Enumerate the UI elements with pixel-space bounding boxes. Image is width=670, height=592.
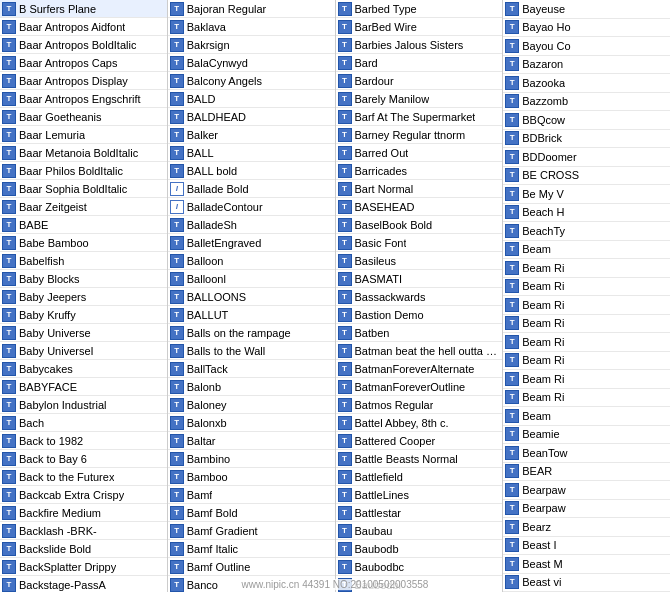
- list-item[interactable]: TBalonb: [168, 378, 335, 396]
- list-item[interactable]: TBabycakes: [0, 360, 167, 378]
- list-item[interactable]: TBattle Beasts Normal: [336, 450, 503, 468]
- list-item[interactable]: TBackfire Medium: [0, 504, 167, 522]
- list-item[interactable]: TBalloonl: [168, 270, 335, 288]
- list-item[interactable]: TBart Normal: [336, 180, 503, 198]
- list-item[interactable]: TBaby Universe: [0, 324, 167, 342]
- list-item[interactable]: TBatben: [336, 324, 503, 342]
- list-item[interactable]: TBaar Antropos Caps: [0, 54, 167, 72]
- list-item[interactable]: TBALD: [168, 90, 335, 108]
- list-item[interactable]: TBABYFACE: [0, 378, 167, 396]
- list-item[interactable]: TBasic Font: [336, 234, 503, 252]
- list-item[interactable]: TBaltar: [168, 432, 335, 450]
- list-item[interactable]: TBearpaw: [503, 500, 670, 519]
- list-item[interactable]: TBalladeSh: [168, 216, 335, 234]
- list-item[interactable]: TBASMATI: [336, 270, 503, 288]
- list-item[interactable]: TBE CROSS: [503, 167, 670, 186]
- list-item[interactable]: TBDBrick: [503, 130, 670, 149]
- list-item[interactable]: TBamf: [168, 486, 335, 504]
- list-item[interactable]: TBeast M: [503, 555, 670, 574]
- list-item[interactable]: TBaby Blocks: [0, 270, 167, 288]
- list-item[interactable]: TBack to 1982: [0, 432, 167, 450]
- list-item[interactable]: TBaar Antropos BoldItalic: [0, 36, 167, 54]
- list-item[interactable]: TBeach H: [503, 204, 670, 223]
- list-item[interactable]: TBatmanForeverAlternate: [336, 360, 503, 378]
- list-item[interactable]: TBDDoomer: [503, 148, 670, 167]
- list-item[interactable]: TBaloney: [168, 396, 335, 414]
- list-item[interactable]: TBamf Italic: [168, 540, 335, 558]
- list-item[interactable]: TBattlestar: [336, 504, 503, 522]
- list-item[interactable]: TBacklash -BRK-: [0, 522, 167, 540]
- list-item[interactable]: TBalcony Angels: [168, 72, 335, 90]
- list-item[interactable]: TBaby Kruffy: [0, 306, 167, 324]
- list-item[interactable]: TBaar Metanoia BoldItalic: [0, 144, 167, 162]
- list-item[interactable]: TBakrsign: [168, 36, 335, 54]
- list-item[interactable]: TBamboo: [168, 468, 335, 486]
- list-item[interactable]: TBearpaw: [503, 481, 670, 500]
- list-item[interactable]: TBarbed Type: [336, 0, 503, 18]
- list-item[interactable]: TBallTack: [168, 360, 335, 378]
- list-item[interactable]: TBackSplatter Drippy: [0, 558, 167, 576]
- list-item[interactable]: TBeast I: [503, 537, 670, 556]
- list-item[interactable]: TBALL: [168, 144, 335, 162]
- list-item[interactable]: TBaubodb: [336, 540, 503, 558]
- list-item[interactable]: TBazooka: [503, 74, 670, 93]
- list-item[interactable]: TBaar Philos BoldItalic: [0, 162, 167, 180]
- list-item[interactable]: TBatman beat the hell outta me: [336, 342, 503, 360]
- list-item[interactable]: TBarred Out: [336, 144, 503, 162]
- list-item[interactable]: TBackstage-PassA: [0, 576, 167, 592]
- list-item[interactable]: IBalladeContour: [168, 198, 335, 216]
- list-item[interactable]: TBearz: [503, 518, 670, 537]
- list-item[interactable]: TBassackwards: [336, 288, 503, 306]
- list-item[interactable]: TBarf At The Supermarket: [336, 108, 503, 126]
- list-item[interactable]: TBeachTy: [503, 222, 670, 241]
- list-item[interactable]: TBalloon: [168, 252, 335, 270]
- list-item[interactable]: TBalker: [168, 126, 335, 144]
- list-item[interactable]: TBarney Regular ttnorm: [336, 126, 503, 144]
- list-item[interactable]: TBaselBook Bold: [336, 216, 503, 234]
- list-item[interactable]: TBeam Ri: [503, 333, 670, 352]
- list-item[interactable]: TBaar Sophia BoldItalic: [0, 180, 167, 198]
- list-item[interactable]: TBe My V: [503, 185, 670, 204]
- list-item[interactable]: TBabylon Industrial: [0, 396, 167, 414]
- list-item[interactable]: TBattel Abbey, 8th c.: [336, 414, 503, 432]
- list-item[interactable]: TBabe Bamboo: [0, 234, 167, 252]
- list-item[interactable]: TBastion Demo: [336, 306, 503, 324]
- list-item[interactable]: TBattlefield: [336, 468, 503, 486]
- list-item[interactable]: TBalls to the Wall: [168, 342, 335, 360]
- list-item[interactable]: TBattered Cooper: [336, 432, 503, 450]
- list-item[interactable]: TBabelfish: [0, 252, 167, 270]
- list-item[interactable]: TBalaCynwyd: [168, 54, 335, 72]
- list-item[interactable]: TBalletEngraved: [168, 234, 335, 252]
- list-item[interactable]: TBamf Outline: [168, 558, 335, 576]
- list-item[interactable]: TBaar Antropos Display: [0, 72, 167, 90]
- list-item[interactable]: TBatmos Regular: [336, 396, 503, 414]
- list-item[interactable]: TBardour: [336, 72, 503, 90]
- list-item[interactable]: TBaar Lemuria: [0, 126, 167, 144]
- list-item[interactable]: TBard: [336, 54, 503, 72]
- list-item[interactable]: TBeam Ri: [503, 352, 670, 371]
- list-item[interactable]: TBackcab Extra Crispy: [0, 486, 167, 504]
- list-item[interactable]: TBattleLines: [336, 486, 503, 504]
- list-item[interactable]: TBABE: [0, 216, 167, 234]
- list-item[interactable]: TBazzomb: [503, 93, 670, 112]
- list-item[interactable]: TBALDHEAD: [168, 108, 335, 126]
- list-item[interactable]: TBack to Bay 6: [0, 450, 167, 468]
- list-item[interactable]: TBASEHEAD: [336, 198, 503, 216]
- list-item[interactable]: TBackslide Bold: [0, 540, 167, 558]
- list-item[interactable]: TBeam Ri: [503, 259, 670, 278]
- list-item[interactable]: TBaubau: [336, 522, 503, 540]
- list-item[interactable]: TBazaron: [503, 56, 670, 75]
- list-item[interactable]: TBaar Zeitgeist: [0, 198, 167, 216]
- list-item[interactable]: TBajoran Regular: [168, 0, 335, 18]
- list-item[interactable]: TBambino: [168, 450, 335, 468]
- list-item[interactable]: TBeam Ri: [503, 315, 670, 334]
- list-item[interactable]: TBeamie: [503, 426, 670, 445]
- list-item[interactable]: IBallade Bold: [168, 180, 335, 198]
- list-item[interactable]: TBamf Bold: [168, 504, 335, 522]
- list-item[interactable]: TBBQcow: [503, 111, 670, 130]
- list-item[interactable]: TBayou Co: [503, 37, 670, 56]
- list-item[interactable]: TBeam Ri: [503, 389, 670, 408]
- list-item[interactable]: TBeam: [503, 407, 670, 426]
- list-item[interactable]: TBEAR: [503, 463, 670, 482]
- list-item[interactable]: TBALLOONS: [168, 288, 335, 306]
